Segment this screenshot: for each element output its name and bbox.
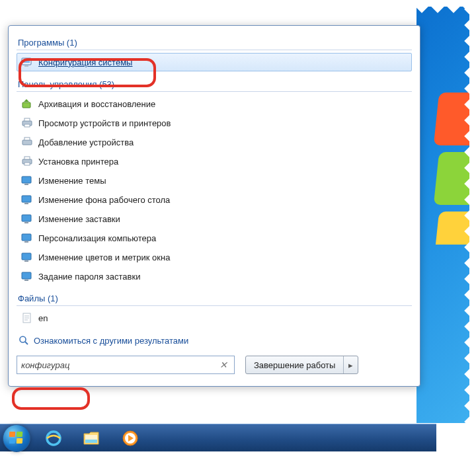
result-label: Просмотр устройств и принтеров <box>38 118 171 128</box>
search-value: конфигурац <box>21 360 217 370</box>
display-icon <box>21 194 33 206</box>
result-window-colors[interactable]: Изменение цветов и метрик окна <box>17 248 412 266</box>
svg-rect-8 <box>24 137 30 140</box>
torn-edge <box>0 458 476 466</box>
svg-rect-32 <box>85 440 97 443</box>
annotation-highlight-bottom <box>12 387 90 410</box>
backup-icon <box>21 98 33 110</box>
svg-rect-21 <box>24 260 28 262</box>
result-label: Задание пароля заставки <box>38 272 140 282</box>
category-header-programs: Программы (1) <box>17 35 412 50</box>
svg-rect-18 <box>22 234 31 241</box>
see-more-results[interactable]: Ознакомиться с другими результатами <box>17 328 412 356</box>
torn-edge <box>0 0 476 7</box>
result-label: Архивация и восстановление <box>38 99 155 109</box>
start-menu-search-results: Программы (1) Конфигурация системы Панел… <box>8 25 420 387</box>
result-label: Персонализация компьютера <box>38 233 156 243</box>
printer-icon <box>21 155 33 167</box>
svg-rect-17 <box>24 222 28 223</box>
result-label: Изменение цветов и метрик окна <box>38 252 170 262</box>
windows-logo-icon <box>9 432 24 445</box>
result-install-printer[interactable]: Установка принтера <box>17 152 412 171</box>
category-header-files: Файлы (1) <box>17 291 412 306</box>
ie-icon <box>44 429 63 447</box>
result-label: Конфигурация системы <box>38 58 132 67</box>
folder-icon <box>83 430 101 447</box>
shutdown-label: Завершение работы <box>246 356 343 373</box>
result-label: Добавление устройства <box>38 137 134 147</box>
taskbar-item-ie[interactable] <box>36 426 71 450</box>
result-change-theme[interactable]: Изменение темы <box>17 171 412 190</box>
result-system-configuration[interactable]: Конфигурация системы <box>17 53 412 71</box>
result-personalize[interactable]: Персонализация компьютера <box>17 229 412 247</box>
svg-rect-23 <box>24 280 28 281</box>
shutdown-menu-arrow[interactable]: ▸ <box>343 356 358 373</box>
svg-rect-11 <box>24 163 30 165</box>
display-icon <box>21 251 33 263</box>
textfile-icon <box>21 312 33 324</box>
svg-rect-22 <box>22 272 31 279</box>
svg-rect-12 <box>22 176 31 183</box>
result-backup-restore[interactable]: Архивация и восстановление <box>17 95 412 113</box>
taskbar <box>0 424 436 451</box>
result-label: Изменение фона рабочего стола <box>38 195 170 205</box>
search-icon <box>18 334 30 346</box>
svg-rect-2 <box>24 65 28 67</box>
result-label: Изменение заставки <box>38 214 120 224</box>
shutdown-button[interactable]: Завершение работы ▸ <box>245 356 358 374</box>
display-icon <box>21 175 33 186</box>
result-add-device[interactable]: Добавление устройства <box>17 133 412 151</box>
torn-edge <box>469 0 476 449</box>
svg-rect-5 <box>24 118 30 121</box>
clear-search-icon[interactable]: ✕ <box>217 360 230 370</box>
display-icon <box>21 213 33 225</box>
see-more-label: Ознакомиться с другими результатами <box>34 336 188 346</box>
svg-rect-1 <box>23 59 30 63</box>
svg-point-28 <box>20 336 26 342</box>
svg-rect-15 <box>24 203 28 204</box>
result-file-en[interactable]: en <box>17 309 412 327</box>
display-icon <box>21 232 33 244</box>
svg-rect-14 <box>22 196 31 202</box>
taskbar-item-explorer[interactable] <box>74 426 110 450</box>
svg-rect-6 <box>24 124 30 127</box>
result-change-screensaver[interactable]: Изменение заставки <box>17 210 412 228</box>
svg-rect-13 <box>24 184 28 185</box>
category-header-control-panel: Панель управления (53) <box>17 77 412 92</box>
svg-rect-10 <box>24 157 30 159</box>
result-label: Установка принтера <box>38 157 118 167</box>
start-button[interactable] <box>3 424 30 452</box>
svg-point-30 <box>47 432 60 445</box>
svg-line-29 <box>25 342 28 344</box>
svg-rect-7 <box>22 140 32 145</box>
svg-rect-3 <box>22 102 30 108</box>
svg-rect-20 <box>22 253 31 260</box>
display-icon <box>21 270 33 282</box>
svg-rect-16 <box>22 215 31 221</box>
result-devices-printers[interactable]: Просмотр устройств и принтеров <box>17 114 412 132</box>
result-change-wallpaper[interactable]: Изменение фона рабочего стола <box>17 190 412 209</box>
search-input[interactable]: конфигурац ✕ <box>17 356 235 374</box>
svg-rect-19 <box>24 241 28 243</box>
media-player-icon <box>121 429 139 447</box>
device-icon <box>21 136 33 148</box>
printer-icon <box>21 117 33 129</box>
result-label: en <box>38 313 48 323</box>
msconfig-icon <box>21 56 33 68</box>
taskbar-item-wmp[interactable] <box>112 426 148 450</box>
result-screensaver-password[interactable]: Задание пароля заставки <box>17 267 412 286</box>
result-label: Изменение темы <box>38 176 106 186</box>
